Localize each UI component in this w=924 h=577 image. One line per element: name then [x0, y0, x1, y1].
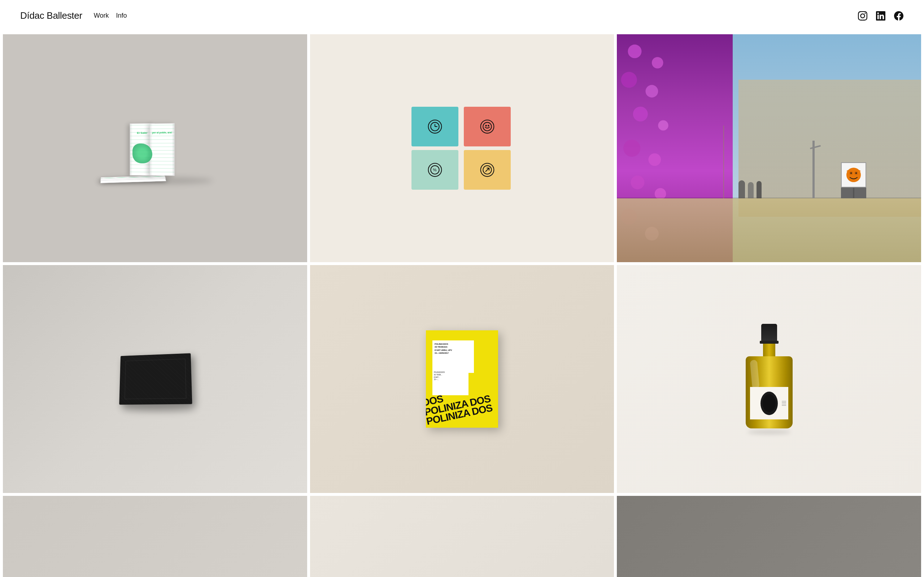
nav-work[interactable]: Work: [94, 12, 109, 19]
portfolio-item-5[interactable]: POLINIZADOSXII TROBADAD'ART URBA, UPV15—…: [310, 265, 614, 493]
portfolio-item-3[interactable]: [617, 34, 921, 262]
svg-point-14: [628, 44, 642, 58]
portfolio-item-7[interactable]: [3, 496, 307, 577]
header-left: Dídac Ballester Work Info: [20, 10, 127, 21]
svg-point-7: [488, 125, 489, 126]
nav-info[interactable]: Info: [116, 12, 127, 19]
icon-card-face: [464, 107, 511, 147]
portfolio-grid-container: El Saler per al poble, ara!: [0, 31, 924, 577]
svg-point-16: [621, 72, 637, 88]
svg-point-15: [652, 57, 663, 69]
facebook-icon[interactable]: [894, 11, 904, 21]
svg-point-17: [646, 85, 658, 98]
svg-point-4: [481, 120, 494, 134]
portfolio-item-8[interactable]: ◦ ◦ ◦: [310, 496, 614, 577]
svg-point-19: [658, 121, 669, 131]
portfolio-item-6[interactable]: [617, 265, 921, 493]
svg-point-26: [846, 168, 861, 182]
icon-card-clock: [412, 107, 459, 147]
svg-line-13: [485, 168, 489, 172]
portfolio-item-1[interactable]: El Saler per al poble, ara!: [3, 34, 307, 262]
icons-grid: %: [412, 107, 512, 190]
svg-point-29: [850, 172, 852, 174]
main-nav: Work Info: [94, 12, 127, 19]
svg-point-21: [649, 153, 661, 166]
svg-point-5: [483, 122, 491, 131]
portfolio-grid: El Saler per al poble, ara!: [0, 31, 924, 577]
svg-point-18: [633, 107, 648, 121]
black-book: [120, 353, 192, 405]
svg-point-30: [855, 172, 857, 174]
instagram-icon[interactable]: [858, 11, 868, 21]
site-header: Dídac Ballester Work Info: [0, 0, 924, 31]
site-title: Dídac Ballester: [20, 10, 82, 21]
portfolio-item-4[interactable]: [3, 265, 307, 493]
portfolio-item-9[interactable]: [617, 496, 921, 577]
svg-point-20: [624, 140, 640, 156]
icon-card-arrow: [464, 150, 511, 190]
svg-text:%: %: [433, 167, 436, 172]
svg-point-6: [485, 125, 486, 126]
header-right: [858, 11, 904, 21]
icon-card-percent: %: [412, 150, 459, 190]
linkedin-icon[interactable]: [876, 11, 886, 21]
svg-point-22: [631, 176, 645, 189]
portfolio-item-2[interactable]: %: [310, 34, 614, 262]
